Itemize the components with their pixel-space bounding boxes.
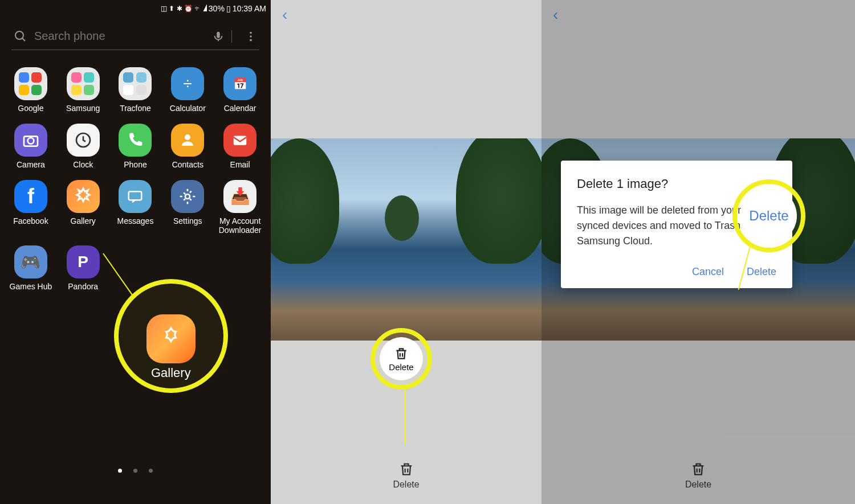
search-bar[interactable] xyxy=(11,23,259,50)
app-settings[interactable]: Settings xyxy=(162,180,213,236)
svg-rect-10 xyxy=(234,136,247,145)
search-input[interactable] xyxy=(34,30,205,43)
svg-point-12 xyxy=(185,194,190,199)
cancel-button[interactable]: Cancel xyxy=(692,266,724,278)
svg-rect-11 xyxy=(129,191,142,200)
app-gallery[interactable]: Gallery xyxy=(58,180,108,236)
app-account-downloader[interactable]: 📥My Account Downloader xyxy=(215,180,265,236)
app-clock[interactable]: Clock xyxy=(58,124,108,170)
trash-icon[interactable] xyxy=(398,461,414,477)
delete-dialog-panel: ‹ Delete Delete 1 image? This image will… xyxy=(542,0,855,504)
app-tracfone[interactable]: Tracfone xyxy=(111,67,161,113)
delete-confirm-callout: Delete xyxy=(741,188,797,244)
gallery-view-panel: ‹ Delete xyxy=(271,0,542,504)
back-button[interactable]: ‹ xyxy=(282,6,287,24)
app-contacts[interactable]: Contacts xyxy=(162,124,213,170)
delete-label[interactable]: Delete xyxy=(393,480,419,490)
svg-point-4 xyxy=(250,35,252,38)
status-bar: ◫ ⬆ ✱ ⏰ ᯤ ◢ 30% ▯ 10:39 AM xyxy=(0,0,271,17)
bottom-toolbar: Delete xyxy=(271,447,542,504)
mic-icon[interactable] xyxy=(212,30,225,43)
app-calendar[interactable]: 📅Calendar xyxy=(215,67,265,113)
app-grid: Google Samsung Tracfone ÷Calculator 📅Cal… xyxy=(0,56,271,303)
status-icons: ◫ ⬆ ✱ ⏰ ᯤ ◢ xyxy=(161,5,207,13)
search-icon xyxy=(14,30,27,43)
photo-preview[interactable] xyxy=(271,138,542,341)
app-drawer-panel: ◫ ⬆ ✱ ⏰ ᯤ ◢ 30% ▯ 10:39 AM Google Samsun… xyxy=(0,0,271,504)
app-games-hub[interactable]: 🎮Games Hub xyxy=(6,245,56,292)
app-pandora[interactable]: PPandora xyxy=(58,245,108,292)
dialog-title: Delete 1 image? xyxy=(577,177,776,191)
svg-point-3 xyxy=(250,31,252,34)
app-phone[interactable]: Phone xyxy=(111,124,161,170)
svg-point-7 xyxy=(28,138,34,144)
svg-point-9 xyxy=(185,134,190,140)
gallery-callout-label: Gallery xyxy=(151,366,191,380)
battery-percent: 30% xyxy=(209,4,225,13)
app-google[interactable]: Google xyxy=(6,67,56,113)
page-indicator xyxy=(0,469,271,473)
delete-confirm-button[interactable]: Delete xyxy=(747,266,776,278)
callout-line-2 xyxy=(405,387,406,444)
delete-callout: Delete xyxy=(380,337,423,380)
app-email[interactable]: Email xyxy=(215,124,265,170)
app-camera[interactable]: Camera xyxy=(6,124,56,170)
more-icon[interactable] xyxy=(245,30,257,43)
app-facebook[interactable]: fFacebook xyxy=(6,180,56,236)
svg-point-0 xyxy=(15,31,23,39)
svg-point-5 xyxy=(250,39,252,41)
svg-line-1 xyxy=(22,38,25,41)
app-calculator[interactable]: ÷Calculator xyxy=(162,67,213,113)
status-time: 10:39 AM xyxy=(233,4,266,13)
battery-icon: ▯ xyxy=(226,4,231,13)
app-messages[interactable]: Messages xyxy=(111,180,161,236)
gallery-callout-ic-icon xyxy=(146,314,196,363)
app-samsung[interactable]: Samsung xyxy=(58,67,108,113)
dialog-buttons: Cancel Delete xyxy=(577,266,776,278)
svg-rect-2 xyxy=(217,31,220,38)
